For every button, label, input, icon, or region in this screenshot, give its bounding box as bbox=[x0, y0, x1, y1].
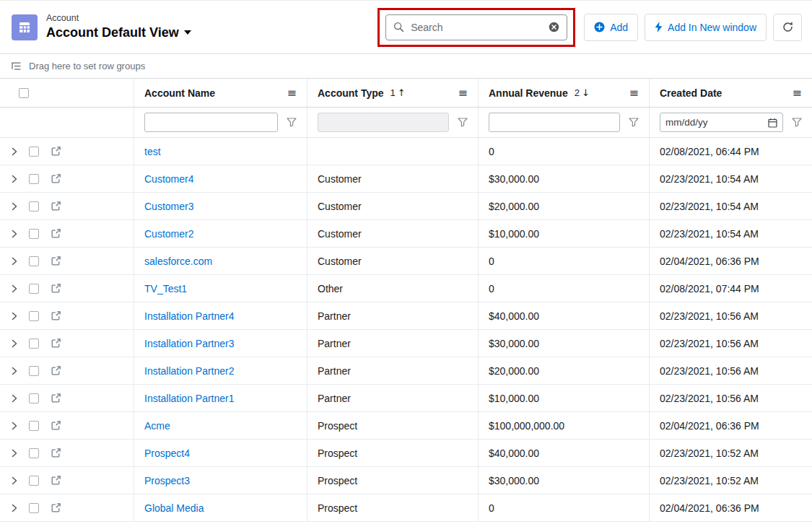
account-name-link[interactable]: Acme bbox=[144, 420, 170, 432]
account-name-link[interactable]: Installation Partner2 bbox=[144, 365, 235, 377]
open-record-icon[interactable] bbox=[51, 365, 61, 376]
column-menu-icon[interactable]: ≡ bbox=[287, 87, 297, 99]
page-header: Account Account Default View bbox=[0, 1, 812, 54]
row-checkbox[interactable] bbox=[29, 476, 39, 486]
row-expand-chevron-icon[interactable] bbox=[12, 422, 17, 430]
header-actions: Add Add In New window bbox=[584, 14, 802, 41]
row-expand-chevron-icon[interactable] bbox=[12, 367, 17, 375]
account-type-cell: Partner bbox=[307, 357, 479, 384]
row-expand-chevron-icon[interactable] bbox=[12, 449, 17, 458]
account-name-cell: Installation Partner1 bbox=[134, 385, 307, 411]
row-expand-chevron-icon[interactable] bbox=[12, 312, 17, 320]
clear-search-button[interactable] bbox=[549, 22, 559, 32]
account-name-link[interactable]: salesforce.com bbox=[144, 256, 212, 267]
row-checkbox[interactable] bbox=[29, 421, 39, 431]
open-record-icon[interactable] bbox=[51, 201, 61, 211]
account-name-link[interactable]: Customer2 bbox=[144, 228, 193, 240]
open-record-icon[interactable] bbox=[51, 283, 61, 294]
row-expand-chevron-icon[interactable] bbox=[12, 339, 17, 348]
row-checkbox[interactable] bbox=[29, 256, 39, 266]
filter-funnel-icon[interactable] bbox=[287, 118, 297, 127]
account-name-link[interactable]: Customer4 bbox=[144, 173, 193, 185]
add-button-label: Add bbox=[610, 22, 628, 33]
account-name-link[interactable]: Installation Partner4 bbox=[144, 310, 235, 322]
account-name-link[interactable]: Prospect4 bbox=[144, 447, 190, 459]
account-name-cell: Global Media bbox=[134, 494, 307, 521]
open-record-icon[interactable] bbox=[51, 338, 61, 349]
annual-revenue-cell: $20,000.00 bbox=[479, 357, 650, 384]
row-controls-cell bbox=[0, 193, 134, 219]
open-record-icon[interactable] bbox=[51, 475, 61, 486]
open-record-icon[interactable] bbox=[51, 420, 61, 431]
row-expand-chevron-icon[interactable] bbox=[12, 394, 17, 403]
column-menu-icon[interactable]: ≡ bbox=[458, 87, 468, 99]
account-name-link[interactable]: Prospect3 bbox=[144, 475, 190, 486]
row-controls-cell bbox=[0, 467, 134, 494]
open-record-icon[interactable] bbox=[51, 228, 61, 239]
row-expand-chevron-icon[interactable] bbox=[12, 230, 17, 238]
open-record-icon[interactable] bbox=[51, 146, 61, 157]
row-checkbox[interactable] bbox=[29, 201, 39, 211]
open-record-icon[interactable] bbox=[51, 447, 61, 458]
filter-input-account-name[interactable] bbox=[144, 113, 278, 132]
filter-funnel-icon[interactable] bbox=[629, 118, 639, 127]
row-checkbox[interactable] bbox=[29, 503, 39, 513]
row-checkbox[interactable] bbox=[29, 229, 39, 239]
created-date-cell: 02/23/2021, 10:56 AM bbox=[650, 330, 812, 357]
filter-funnel-icon[interactable] bbox=[458, 118, 468, 127]
account-name-link[interactable]: Installation Partner1 bbox=[144, 393, 235, 404]
row-expand-chevron-icon[interactable] bbox=[12, 147, 17, 156]
refresh-button[interactable] bbox=[773, 14, 802, 41]
filter-input-annual-revenue[interactable] bbox=[489, 113, 620, 132]
row-checkbox[interactable] bbox=[29, 393, 39, 403]
filter-input-created-date[interactable]: mm/dd/yy bbox=[660, 113, 783, 132]
open-record-icon[interactable] bbox=[51, 393, 61, 403]
row-expand-chevron-icon[interactable] bbox=[12, 476, 17, 485]
row-checkbox[interactable] bbox=[29, 284, 39, 294]
select-all-checkbox[interactable] bbox=[19, 88, 29, 98]
account-name-link[interactable]: test bbox=[144, 146, 161, 157]
row-controls-cell bbox=[0, 302, 134, 329]
add-plus-icon bbox=[594, 22, 605, 32]
row-checkbox[interactable] bbox=[29, 339, 39, 349]
row-checkbox[interactable] bbox=[29, 311, 39, 321]
column-menu-icon[interactable]: ≡ bbox=[793, 87, 802, 99]
account-name-link[interactable]: Global Media bbox=[144, 502, 204, 514]
row-expand-chevron-icon[interactable] bbox=[12, 257, 17, 266]
row-expand-chevron-icon[interactable] bbox=[12, 175, 17, 183]
row-expand-chevron-icon[interactable] bbox=[12, 284, 17, 293]
annual-revenue-cell: $10,000.00 bbox=[479, 220, 650, 247]
account-name-link[interactable]: Installation Partner3 bbox=[144, 338, 235, 349]
row-group-panel[interactable]: Drag here to set row groups bbox=[0, 54, 812, 79]
open-record-icon[interactable] bbox=[51, 502, 61, 513]
table-row: Installation Partner4 Partner $40,000.00… bbox=[0, 302, 812, 330]
open-record-icon[interactable] bbox=[51, 310, 61, 321]
row-controls-cell bbox=[0, 412, 134, 439]
add-in-new-window-button[interactable]: Add In New window bbox=[645, 14, 767, 41]
row-checkbox[interactable] bbox=[29, 174, 39, 184]
column-header-annual-revenue[interactable]: Annual Revenue 2 ↓ ≡ bbox=[479, 79, 650, 107]
table-row: Customer4 Customer $30,000.00 02/23/2021… bbox=[0, 165, 812, 193]
search-box[interactable] bbox=[385, 14, 567, 40]
view-dropdown-caret-icon[interactable] bbox=[184, 30, 191, 35]
row-checkbox[interactable] bbox=[29, 147, 39, 157]
account-name-link[interactable]: TV_Test1 bbox=[144, 283, 187, 294]
column-menu-icon[interactable]: ≡ bbox=[629, 87, 639, 99]
open-record-icon[interactable] bbox=[51, 173, 61, 184]
row-controls-cell bbox=[0, 385, 134, 411]
row-checkbox[interactable] bbox=[29, 366, 39, 376]
row-expand-chevron-icon[interactable] bbox=[12, 504, 17, 512]
column-header-created-date[interactable]: Created Date ≡ bbox=[650, 79, 812, 107]
column-header-account-type[interactable]: Account Type 1 ↑ ≡ bbox=[307, 79, 479, 107]
row-expand-chevron-icon[interactable] bbox=[12, 202, 17, 211]
search-input[interactable] bbox=[411, 22, 542, 33]
open-record-icon[interactable] bbox=[51, 256, 61, 266]
row-checkbox[interactable] bbox=[29, 448, 39, 458]
account-name-link[interactable]: Customer3 bbox=[144, 201, 193, 212]
filter-input-account-type[interactable] bbox=[318, 113, 449, 132]
account-name-cell: Customer2 bbox=[134, 220, 307, 247]
calendar-icon bbox=[768, 118, 777, 128]
add-button[interactable]: Add bbox=[584, 14, 638, 41]
column-header-account-name[interactable]: Account Name ≡ bbox=[134, 79, 307, 107]
filter-funnel-icon[interactable] bbox=[792, 118, 802, 127]
